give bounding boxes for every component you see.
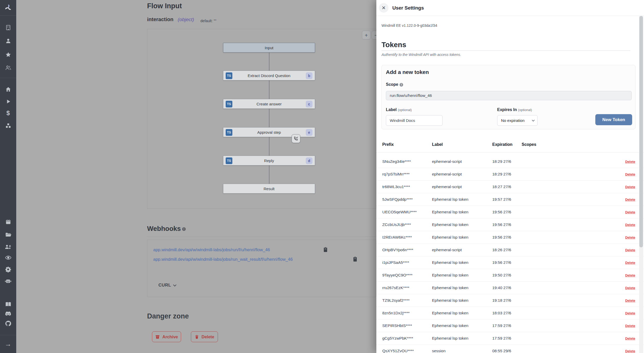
table-row: tr68WL3cu1****ephemeral-script18:27 27/6… (376, 181, 644, 193)
copy-clipboard-icon[interactable] (353, 256, 358, 263)
token-label: Ephemeral lsp token (432, 210, 492, 214)
sidebar-item-runs[interactable] (0, 98, 16, 105)
sidebar-item-favorites[interactable] (0, 51, 16, 58)
delete-token-link[interactable]: Delete (625, 261, 635, 265)
curl-toggle[interactable]: CURL (158, 283, 176, 288)
token-label: ephemeral-script (432, 184, 492, 189)
table-row: TZ9L2syaf2****Ephemeral lsp token19:18 2… (376, 294, 644, 307)
token-label-input[interactable] (386, 115, 443, 126)
token-expiration: 19:56 27/6 (492, 210, 522, 214)
token-prefix: 9TayyeQC9O**** (382, 273, 432, 278)
add-token-card: Add a new token Scopei Label (optional) … (382, 65, 635, 129)
flow-canvas[interactable] (147, 29, 376, 209)
windmill-logo[interactable] (0, 4, 16, 12)
token-rows: SNuZeg34Ie****ephemeral-script18:29 27/6… (376, 155, 644, 353)
gear-icon (5, 266, 11, 273)
step-id-badge: c (306, 101, 312, 107)
sidebar-item-variables[interactable]: $ (0, 109, 16, 117)
token-prefix: gCg5YzwPbK**** (382, 336, 432, 341)
node-label: Extract Discord Question (248, 73, 291, 78)
zoom-in-button[interactable]: + (362, 31, 371, 39)
flow-node-create-answer[interactable]: TS Create answer c (223, 99, 315, 109)
sidebar-item-groups[interactable] (0, 243, 16, 251)
token-label: Ephemeral lsp token (432, 273, 492, 278)
delete-flow-button[interactable]: Delete (191, 331, 218, 342)
expires-in-select[interactable]: No expiration (497, 115, 538, 126)
trash-icon (194, 334, 199, 339)
webhook-run-url[interactable]: app.windmill.dev/api/w/windmill-labs/job… (153, 247, 270, 252)
delete-token-link[interactable]: Delete (625, 273, 635, 277)
token-prefix: SNuZeg34Ie**** (382, 159, 432, 164)
token-prefix: QsXY51ZvOU**** (382, 349, 432, 353)
flow-node-extract-discord-question[interactable]: TS Extract Discord Question b (223, 71, 315, 80)
flow-node-approval-step[interactable]: TS Approval step e (223, 127, 315, 137)
delete-token-link[interactable]: Delete (625, 172, 635, 176)
token-prefix: rru267sEzK**** (382, 285, 432, 290)
sidebar-item-user[interactable] (0, 37, 16, 45)
page-title: Flow Input (147, 2, 182, 10)
delete-token-link[interactable]: Delete (625, 160, 635, 164)
delete-token-link[interactable]: Delete (625, 248, 635, 252)
drawer-scrollbar[interactable] (639, 16, 643, 353)
sidebar-item-github[interactable] (0, 320, 16, 327)
node-label: Approval step (257, 130, 281, 135)
webhook-run-wait-result-url[interactable]: app.windmill.dev/api/w/windmill-labs/job… (153, 257, 293, 262)
typescript-badge: TS (226, 129, 232, 136)
expires-field-label: Expires In (optional) (497, 107, 532, 112)
sidebar-item-workers[interactable] (0, 277, 16, 285)
sidebar-item-folders[interactable] (0, 231, 16, 239)
phone-incoming-icon (293, 136, 299, 141)
delete-token-link[interactable]: Delete (625, 286, 635, 290)
new-token-button[interactable]: New Token (595, 114, 632, 125)
book-icon (5, 301, 12, 307)
token-expiration: 18:27 27/6 (492, 184, 522, 189)
delete-token-link[interactable]: Delete (625, 236, 635, 239)
token-prefix: OHpBVYpo6n**** (382, 248, 432, 252)
token-label: Ephemeral lsp token (432, 311, 492, 315)
home-icon (5, 86, 11, 93)
webhooks-title: Webhooksi (147, 225, 186, 233)
sidebar-item-home[interactable] (0, 86, 16, 93)
typescript-badge: TS (226, 72, 232, 79)
delete-token-link[interactable]: Delete (625, 185, 635, 189)
delete-token-link[interactable]: Delete (625, 324, 635, 328)
sidebar-item-settings[interactable] (0, 265, 16, 273)
node-label: Reply (264, 158, 274, 163)
close-button[interactable]: ✕ (379, 3, 388, 13)
archive-flow-button[interactable]: Archive (152, 331, 181, 342)
sidebar-item-audit-logs[interactable] (0, 254, 16, 262)
delete-token-link[interactable]: Delete (625, 223, 635, 227)
expand-sidebar-button[interactable]: → (0, 340, 16, 348)
scrollbar-thumb[interactable] (639, 16, 643, 247)
flow-node-result[interactable]: Result (223, 184, 315, 194)
delete-token-link[interactable]: Delete (625, 311, 635, 315)
delete-token-link[interactable]: Delete (625, 299, 635, 302)
header-expiration: Expiration (492, 142, 522, 147)
copy-clipboard-icon[interactable] (323, 247, 328, 254)
scope-input[interactable] (386, 91, 632, 100)
node-label: Create answer (257, 102, 282, 106)
sidebar-item-discord[interactable] (0, 310, 16, 318)
danger-zone-title: Danger zone (147, 312, 189, 320)
sidebar-item-users[interactable] (0, 64, 16, 72)
sidebar-item-workspace[interactable] (0, 24, 16, 31)
sidebar-item-schedules[interactable] (0, 218, 16, 226)
delete-token-link[interactable]: Delete (625, 337, 635, 340)
flow-node-reply[interactable]: TS Reply d (223, 156, 315, 165)
delete-token-link[interactable]: Delete (625, 349, 635, 353)
sidebar-item-resources[interactable] (0, 122, 16, 130)
flow-node-input[interactable]: Input (223, 43, 315, 53)
info-icon[interactable]: i (400, 83, 403, 87)
chevron-down-icon (532, 119, 535, 121)
suspend-approval-button[interactable] (292, 134, 300, 143)
github-icon (5, 320, 11, 327)
sidebar-item-docs[interactable] (0, 300, 16, 308)
delete-token-link[interactable]: Delete (625, 198, 635, 201)
token-expiration: 18:26 27/6 (492, 248, 522, 252)
scope-label: Scopei (386, 82, 403, 87)
token-label: Ephemeral lsp token (432, 323, 492, 328)
table-row: QsXY51ZvOU****session08:55 29/6Delete (376, 345, 644, 353)
token-expiration: 19:57 27/6 (492, 197, 522, 202)
delete-token-link[interactable]: Delete (625, 210, 635, 214)
info-icon[interactable]: i (182, 227, 186, 231)
